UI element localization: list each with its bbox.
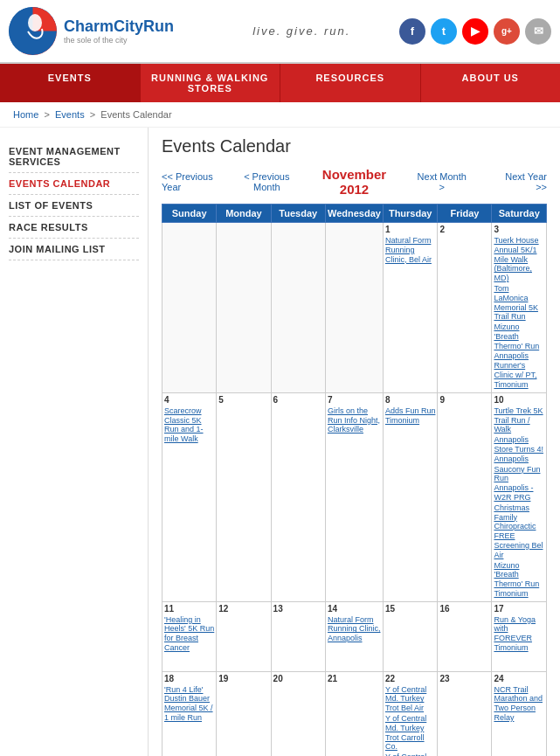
sidebar-item-join-mailing[interactable]: JOIN MAILING LIST bbox=[9, 239, 139, 260]
col-saturday: Saturday bbox=[492, 205, 547, 223]
list-item[interactable]: Mizuno 'Breath Thermo' Run Timonium bbox=[494, 561, 544, 599]
date-number: 3 bbox=[494, 225, 544, 234]
date-number: 1 bbox=[385, 225, 436, 234]
list-item[interactable]: Natural Form Running Clinic, Bel Air bbox=[385, 236, 436, 264]
table-row: 17Run & Yoga with FOREVER Timonium bbox=[492, 601, 547, 671]
col-wednesday: Wednesday bbox=[325, 205, 383, 223]
content-area: Events Calendar << PreviousYear < Previo… bbox=[149, 128, 560, 756]
table-row bbox=[162, 223, 217, 393]
table-row: 18'Run 4 Life' Dustin Bauer Memorial 5K … bbox=[162, 671, 217, 756]
prev-month-label: < PreviousMonth bbox=[232, 171, 301, 192]
sidebar-item-events-calendar[interactable]: EVENTS CALENDAR bbox=[9, 173, 139, 195]
date-number: 10 bbox=[494, 395, 544, 405]
calendar-nav: << PreviousYear < PreviousMonth November… bbox=[162, 167, 547, 197]
sidebar-item-list-of-events[interactable]: LIST OF EVENTS bbox=[9, 195, 139, 217]
calendar-month-year: November2012 bbox=[301, 167, 406, 197]
list-item[interactable]: Y of Central Md. Turkey Trot Bel Air bbox=[385, 685, 436, 713]
youtube-icon[interactable]: ▶ bbox=[462, 18, 488, 45]
list-item[interactable]: Adds Fun Run Timonium bbox=[385, 406, 436, 426]
col-thursday: Thursday bbox=[383, 205, 438, 223]
table-row: 15 bbox=[383, 601, 438, 671]
breadcrumb-events[interactable]: Events bbox=[55, 109, 85, 120]
table-row: 20 bbox=[271, 671, 325, 756]
list-item[interactable]: Scarecrow Classic 5K Run and 1-mile Walk bbox=[164, 406, 214, 444]
svg-point-1 bbox=[28, 14, 42, 31]
calendar-table: Sunday Monday Tuesday Wednesday Thursday… bbox=[162, 204, 547, 756]
logo-text: CharmCityRun the sole of the city bbox=[64, 17, 174, 45]
date-number: 23 bbox=[439, 674, 489, 683]
list-item[interactable]: Annapolis Store Turns 4! Annapolis bbox=[494, 435, 544, 463]
nav-events[interactable]: EVENTS bbox=[0, 64, 141, 102]
date-number: 14 bbox=[328, 604, 381, 614]
table-row: 8Adds Fun Run Timonium bbox=[383, 392, 438, 601]
list-item[interactable]: Runner's Clinic w/ PT, Timonium bbox=[494, 361, 544, 389]
date-number: 19 bbox=[218, 674, 268, 683]
breadcrumb-home[interactable]: Home bbox=[13, 109, 38, 120]
sidebar-item-race-results[interactable]: RACE RESULTS bbox=[9, 217, 139, 239]
table-row: 13 bbox=[271, 601, 325, 671]
next-month-btn[interactable]: Next Month> bbox=[407, 171, 477, 192]
next-month-label: Next Month> bbox=[407, 171, 477, 192]
table-row bbox=[217, 223, 271, 393]
date-number: 6 bbox=[273, 395, 323, 405]
date-number: 16 bbox=[439, 604, 489, 614]
header: CharmCityRun the sole of the city live. … bbox=[0, 0, 560, 64]
col-monday: Monday bbox=[217, 205, 271, 223]
table-row: 2 bbox=[438, 223, 492, 393]
breadcrumb: Home > Events > Events Calendar bbox=[0, 102, 560, 128]
sidebar-item-event-management[interactable]: EVENT MANAGEMENT SERVICES bbox=[9, 141, 139, 173]
table-row: 16 bbox=[438, 601, 492, 671]
prev-year-label: << PreviousYear bbox=[162, 171, 232, 192]
nav-bar: EVENTS RUNNING & WALKING STORES RESOURCE… bbox=[0, 64, 560, 102]
date-number: 18 bbox=[164, 674, 214, 683]
date-number: 5 bbox=[218, 395, 268, 405]
date-number: 8 bbox=[385, 395, 436, 405]
facebook-icon[interactable]: f bbox=[399, 18, 425, 45]
list-item[interactable]: Turtle Trek 5K Trail Run / Walk bbox=[494, 406, 544, 434]
table-row: 11'Healing in Heels' 5K Run for Breast C… bbox=[162, 601, 217, 671]
list-item[interactable]: Y of Central Md. Turkey Trot Carroll Co. bbox=[385, 714, 436, 752]
table-row: 14Natural Form Running Clinic, Annapolis bbox=[325, 601, 383, 671]
googleplus-icon[interactable]: g+ bbox=[494, 18, 520, 45]
table-row: 1Natural Form Running Clinic, Bel Air bbox=[383, 223, 438, 393]
table-row: 24NCR Trail Marathon and Two Person Rela… bbox=[492, 671, 547, 756]
list-item[interactable]: 'Run 4 Life' Dustin Bauer Memorial 5K / … bbox=[164, 685, 214, 723]
list-item[interactable]: Run & Yoga with FOREVER Timonium bbox=[494, 615, 544, 653]
twitter-icon[interactable]: t bbox=[431, 18, 457, 45]
list-item[interactable]: Tom LaMonica Memorial 5K Trail Run bbox=[494, 284, 544, 322]
list-item[interactable]: 'Healing in Heels' 5K Run for Breast Can… bbox=[164, 615, 214, 653]
table-row: 12 bbox=[217, 601, 271, 671]
list-item[interactable]: Mizuno 'Breath Thermo' Run Annapolis bbox=[494, 323, 544, 360]
table-row: 7Girls on the Run Info Night, Clarksvill… bbox=[325, 392, 383, 601]
prev-year-btn[interactable]: << PreviousYear bbox=[162, 171, 232, 192]
email-icon[interactable]: ✉ bbox=[525, 18, 551, 45]
table-row: 6 bbox=[271, 392, 325, 601]
header-tagline: live. give. run. bbox=[204, 24, 400, 38]
list-item[interactable]: Natural Form Running Clinic, Annapolis bbox=[328, 615, 381, 643]
main-layout: EVENT MANAGEMENT SERVICES EVENTS CALENDA… bbox=[0, 128, 560, 756]
list-item[interactable]: NCR Trail Marathon and Two Person Relay bbox=[494, 685, 544, 723]
sidebar: EVENT MANAGEMENT SERVICES EVENTS CALENDA… bbox=[0, 128, 149, 756]
date-number: 4 bbox=[164, 395, 214, 405]
date-number: 15 bbox=[385, 604, 436, 614]
social-icons-group: f t ▶ g+ ✉ bbox=[399, 18, 551, 45]
nav-about[interactable]: ABOUT US bbox=[421, 64, 561, 102]
prev-month-btn[interactable]: < PreviousMonth bbox=[232, 171, 301, 192]
table-row: 3Tuerk House Annual 5K/1 Mile Walk (Balt… bbox=[492, 223, 547, 393]
list-item[interactable]: Christmas Family Chiropractic FREE Scree… bbox=[494, 503, 544, 560]
date-number: 20 bbox=[273, 674, 323, 683]
brand-name: CharmCityRun bbox=[64, 17, 174, 36]
list-item[interactable]: Y of Central Md. Turkey Trot Towson bbox=[385, 753, 436, 756]
table-row: 5 bbox=[217, 392, 271, 601]
next-year-label: Next Year>> bbox=[477, 171, 547, 192]
date-number: 9 bbox=[439, 395, 489, 405]
date-number: 17 bbox=[494, 604, 544, 614]
nav-resources[interactable]: RESOURCES bbox=[280, 64, 421, 102]
list-item[interactable]: Saucony Fun Run Annapolis - W2R PRG bbox=[494, 465, 544, 503]
nav-stores[interactable]: RUNNING & WALKING STORES bbox=[141, 64, 281, 102]
list-item[interactable]: Girls on the Run Info Night, Clarksville bbox=[328, 406, 381, 434]
list-item[interactable]: Tuerk House Annual 5K/1 Mile Walk (Balti… bbox=[494, 236, 544, 283]
col-friday: Friday bbox=[438, 205, 492, 223]
next-year-btn[interactable]: Next Year>> bbox=[477, 171, 547, 192]
date-number: 22 bbox=[385, 674, 436, 683]
